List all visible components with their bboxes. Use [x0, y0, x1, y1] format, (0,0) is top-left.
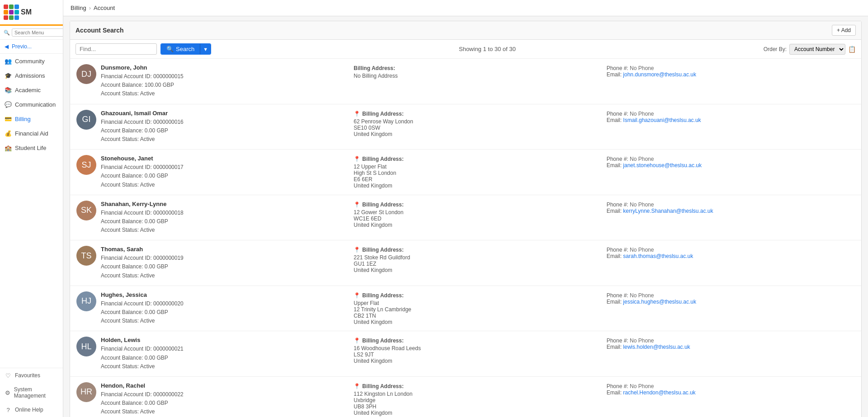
email-container: Email: john.dunsmore@theslsu.ac.uk	[607, 71, 855, 78]
favourites-icon: ♡	[5, 372, 12, 379]
sidebar-item-billing[interactable]: 💳Billing	[0, 112, 63, 126]
system-management-icon: ⚙	[5, 389, 11, 396]
phone-label: Phone #: No Phone	[607, 111, 855, 117]
student-life-icon: 🏫	[5, 144, 12, 151]
account-billing: 📍 Billing Address: 12 Gower St LondonWC1…	[354, 201, 602, 228]
billing-address: Upper Flat12 Trinity Ln CambridgeCB2 1TN…	[354, 300, 602, 325]
search-button[interactable]: 🔍 Search	[161, 44, 200, 54]
admissions-icon: 🎓	[5, 72, 12, 79]
sidebar-back-button[interactable]: ◀ Previo...	[0, 40, 63, 54]
account-info: Shanahan, Kerry-Lynne Financial Account …	[101, 201, 349, 235]
email-link[interactable]: Ismail.ghazouani@theslsu.ac.uk	[623, 117, 701, 123]
account-phone: Phone #: No Phone Email: jessica.hughes@…	[607, 291, 855, 305]
email-link[interactable]: lewis.holden@theslsu.ac.uk	[623, 344, 690, 350]
search-icon: 🔍	[4, 30, 10, 36]
search-button-group: 🔍 Search ▼	[160, 43, 211, 55]
account-info: Holden, Lewis Financial Account ID: 0000…	[101, 337, 349, 371]
billing-address: 12 Gower St LondonWC1E 6EDUnited Kingdom	[354, 209, 602, 228]
email-container: Email: lewis.holden@theslsu.ac.uk	[607, 344, 855, 350]
topbar: Billing › Account	[63, 0, 868, 16]
account-detail: Financial Account ID: 0000000021 Account…	[101, 345, 349, 371]
phone-label: Phone #: No Phone	[607, 337, 855, 344]
location-pin-icon: 📍	[354, 292, 360, 299]
account-billing: 📍 Billing Address: 16 Woodhouse Road Lee…	[354, 337, 602, 364]
location-pin-icon: 📍	[354, 383, 360, 389]
table-row[interactable]: DJ Dunsmore, John Financial Account ID: …	[70, 59, 861, 104]
email-container: Email: jessica.hughes@theslsu.ac.uk	[607, 299, 855, 305]
search-input[interactable]	[75, 43, 157, 55]
community-icon: 👥	[5, 57, 12, 65]
email-container: Email: rachel.Hendon@theslsu.ac.uk	[607, 389, 855, 396]
location-pin-icon: 📍	[354, 111, 360, 117]
email-link[interactable]: rachel.Hendon@theslsu.ac.uk	[623, 389, 695, 396]
export-icon[interactable]: 📋	[848, 46, 856, 53]
breadcrumb: Billing › Account	[71, 5, 115, 11]
phone-value: No Phone	[630, 247, 654, 253]
table-row[interactable]: HJ Hughes, Jessica Financial Account ID:…	[70, 286, 861, 332]
account-name[interactable]: Stonehouse, Janet	[101, 155, 349, 162]
account-detail: Financial Account ID: 0000000020 Account…	[101, 300, 349, 326]
table-row[interactable]: SJ Stonehouse, Janet Financial Account I…	[70, 150, 861, 195]
account-name[interactable]: Dunsmore, John	[101, 64, 349, 71]
email-link[interactable]: sarah.thomas@theslsu.ac.uk	[623, 253, 693, 259]
billing-address: 16 Woodhouse Road LeedsLS2 9JTUnited Kin…	[354, 345, 602, 364]
account-name[interactable]: Thomas, Sarah	[101, 246, 349, 253]
billing-icon: 💳	[5, 115, 12, 122]
search-bar: 🔍 Search ▼ Showing 1 to 30 of 30 Order B…	[70, 40, 861, 59]
email-container: Email: Ismail.ghazouani@theslsu.ac.uk	[607, 117, 855, 123]
account-name[interactable]: Hendon, Rachel	[101, 382, 349, 389]
account-name[interactable]: Shanahan, Kerry-Lynne	[101, 201, 349, 207]
email-link[interactable]: kerryLynne.Shanahan@theslsu.ac.uk	[623, 208, 713, 214]
table-row[interactable]: SK Shanahan, Kerry-Lynne Financial Accou…	[70, 195, 861, 241]
avatar: SK	[76, 201, 96, 220]
avatar: GI	[76, 110, 96, 130]
phone-value: No Phone	[630, 383, 654, 389]
order-by-select[interactable]: Account NumberNameBalanceStatus	[789, 44, 845, 55]
account-list: DJ Dunsmore, John Financial Account ID: …	[70, 59, 861, 417]
sidebar-footer-item-online-help[interactable]: ?Online Help	[0, 403, 63, 417]
content-area: Account Search + Add 🔍 Search ▼ Showing …	[63, 16, 868, 417]
account-name[interactable]: Hughes, Jessica	[101, 291, 349, 298]
location-pin-icon: 📍	[354, 156, 360, 162]
account-info: Thomas, Sarah Financial Account ID: 0000…	[101, 246, 349, 280]
phone-label: Phone #: No Phone	[607, 292, 855, 299]
billing-address: 221 Stoke Rd GuildfordGU1 1EZUnited King…	[354, 254, 602, 273]
table-row[interactable]: HL Holden, Lewis Financial Account ID: 0…	[70, 331, 861, 377]
account-billing: 📍 Billing Address: 12 Upper FlatHigh St …	[354, 155, 602, 189]
sidebar: SM 🔍 ✕ ◀ Previo... 👥Community🎓Admissions…	[0, 0, 63, 417]
account-name[interactable]: Ghazouani, Ismail Omar	[101, 110, 349, 117]
logo-grid	[4, 5, 19, 20]
sidebar-footer-items: ♡Favourites⚙System Management?Online Hel…	[0, 368, 63, 417]
sidebar-footer-label: Online Help	[15, 407, 43, 413]
sidebar-footer-item-favourites[interactable]: ♡Favourites	[0, 368, 63, 383]
sidebar-item-financial-aid[interactable]: 💰Financial Aid	[0, 126, 63, 141]
email-link[interactable]: john.dunsmore@theslsu.ac.uk	[623, 71, 696, 78]
sidebar-item-academic[interactable]: 📚Academic	[0, 83, 63, 97]
search-dropdown-button[interactable]: ▼	[200, 44, 211, 54]
sidebar-item-admissions[interactable]: 🎓Admissions	[0, 68, 63, 83]
sidebar-item-label: Billing	[15, 116, 31, 122]
sidebar-item-communication[interactable]: 💬Communication	[0, 97, 63, 112]
email-link[interactable]: jessica.hughes@theslsu.ac.uk	[623, 299, 696, 305]
table-row[interactable]: TS Thomas, Sarah Financial Account ID: 0…	[70, 240, 861, 286]
breadcrumb-parent[interactable]: Billing	[71, 5, 86, 11]
account-phone: Phone #: No Phone Email: rachel.Hendon@t…	[607, 382, 855, 396]
sidebar-footer: ♡Favourites⚙System Management?Online Hel…	[0, 368, 63, 417]
sidebar-footer-item-system-management[interactable]: ⚙System Management	[0, 383, 63, 403]
sidebar-search-input[interactable]	[12, 28, 63, 37]
account-name[interactable]: Holden, Lewis	[101, 337, 349, 343]
sidebar-item-community[interactable]: 👥Community	[0, 54, 63, 68]
sidebar-item-student-life[interactable]: 🏫Student Life	[0, 141, 63, 155]
phone-label: Phone #: No Phone	[607, 383, 855, 389]
table-row[interactable]: GI Ghazouani, Ismail Omar Financial Acco…	[70, 104, 861, 150]
sidebar-items: 👥Community🎓Admissions📚Academic💬Communica…	[0, 54, 63, 155]
email-link[interactable]: janet.stonehouse@theslsu.ac.uk	[623, 162, 702, 169]
avatar: TS	[76, 246, 96, 266]
table-row[interactable]: HR Hendon, Rachel Financial Account ID: …	[70, 377, 861, 417]
account-phone: Phone #: No Phone Email: lewis.holden@th…	[607, 337, 855, 350]
phone-value: No Phone	[630, 65, 654, 71]
email-container: Email: kerryLynne.Shanahan@theslsu.ac.uk	[607, 208, 855, 214]
account-search-panel: Account Search + Add 🔍 Search ▼ Showing …	[70, 21, 862, 417]
add-button[interactable]: + Add	[832, 25, 856, 36]
phone-value: No Phone	[630, 201, 654, 208]
